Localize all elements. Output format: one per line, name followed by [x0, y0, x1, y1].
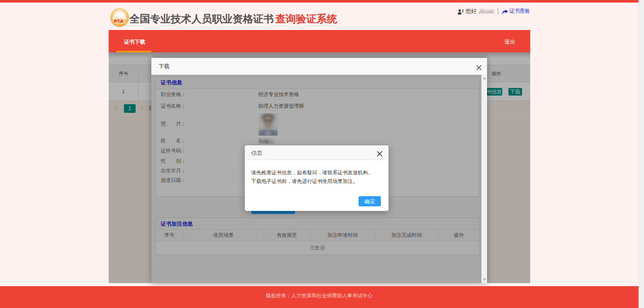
svg-text:PTA: PTA	[114, 19, 123, 24]
